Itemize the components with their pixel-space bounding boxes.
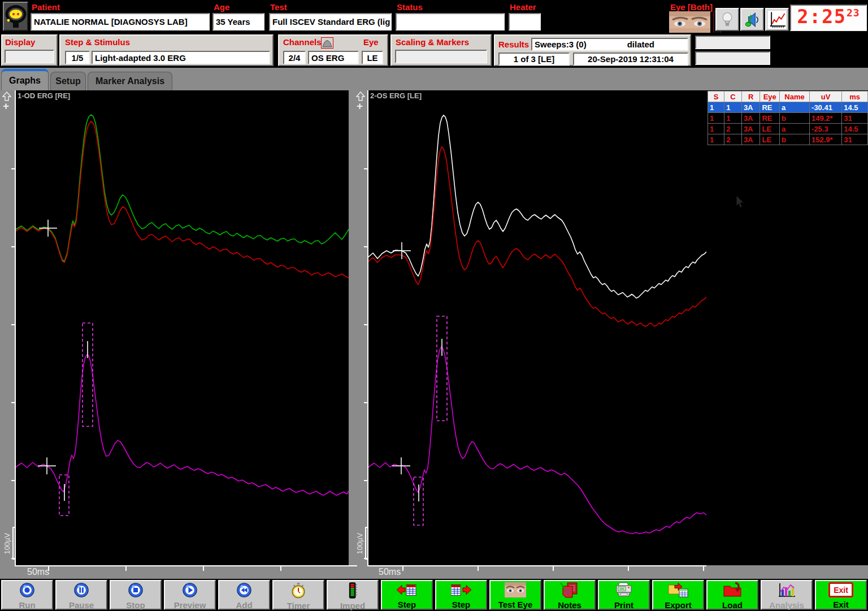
y-scale-bracket-cap bbox=[12, 527, 16, 528]
toolbar-button-label: Timer bbox=[287, 601, 310, 610]
graph-od-left-border bbox=[15, 90, 16, 566]
test-field[interactable]: Full ISCEV Standard ERG (ligh bbox=[269, 13, 392, 30]
channel-eye-field[interactable]: LE bbox=[362, 51, 383, 64]
marker-range-box[interactable] bbox=[83, 323, 93, 426]
table-cell: 1 bbox=[708, 124, 724, 134]
record-icon bbox=[19, 582, 36, 600]
y-scale-bracket-os bbox=[365, 527, 366, 560]
app-logo[interactable] bbox=[3, 2, 28, 31]
toolbar-button-label: Stop bbox=[126, 600, 145, 610]
export-button[interactable]: Export bbox=[652, 580, 704, 610]
scaling-markers-field[interactable] bbox=[395, 50, 487, 63]
graph-panel-os[interactable] bbox=[368, 90, 706, 565]
tab-marker-analysis[interactable]: Marker Analysis bbox=[88, 72, 172, 90]
table-row[interactable]: 113AREa-30.4114.5 bbox=[708, 102, 868, 113]
x-axis-tick bbox=[48, 566, 49, 571]
stopwatch-icon bbox=[290, 582, 307, 601]
lamp-button[interactable] bbox=[715, 8, 739, 31]
table-cell: a bbox=[779, 102, 809, 113]
mouse-cursor bbox=[736, 195, 745, 209]
export-folder-icon bbox=[668, 582, 688, 600]
add-button[interactable]: Add bbox=[218, 580, 270, 610]
y-axis-tick bbox=[11, 324, 15, 325]
analysis-button[interactable]: Analysis bbox=[761, 580, 813, 610]
print-button[interactable]: Print bbox=[598, 580, 650, 610]
table-cell: LE bbox=[760, 124, 780, 134]
exit-button[interactable]: ExitExit bbox=[815, 580, 867, 610]
toolbar-button-label: Preview bbox=[174, 600, 206, 610]
table-header-c[interactable]: C bbox=[724, 91, 742, 102]
marker-range-box[interactable] bbox=[437, 316, 447, 421]
result-selection-field[interactable]: 1 of 3 [LE] bbox=[498, 53, 570, 66]
table-row[interactable]: 123ALEa-25.314.5 bbox=[708, 124, 868, 134]
age-label: Age bbox=[214, 2, 229, 12]
step-index-field[interactable]: 1/5 bbox=[65, 51, 90, 64]
patient-field[interactable]: NATALIE NORMAL [DIAGNOSYS LAB] bbox=[31, 13, 210, 30]
step-forward-icon bbox=[451, 582, 471, 600]
load-button[interactable]: Load bbox=[706, 580, 758, 610]
bell-curve-icon bbox=[321, 37, 333, 51]
marker-results-table[interactable]: SCREyeNameuVms113AREa-30.4114.5113AREb14… bbox=[708, 91, 868, 145]
trend-button[interactable] bbox=[765, 8, 789, 31]
pause-button[interactable]: Pause bbox=[55, 580, 107, 610]
run-button[interactable]: Run bbox=[1, 580, 53, 610]
table-cell: 1 bbox=[708, 102, 724, 113]
toolbar-button-label: Exit bbox=[833, 600, 849, 609]
y-scale-bracket-od bbox=[12, 527, 14, 560]
toolbar-button-label: Add bbox=[236, 600, 252, 610]
timer-button[interactable]: Timer bbox=[272, 580, 324, 610]
control-bar: Display Step & Stimulus 1/5 Light-adapte… bbox=[0, 33, 868, 68]
table-header-uv[interactable]: uV bbox=[810, 91, 842, 102]
table-cell: 31 bbox=[842, 134, 868, 145]
scale-plus-icon[interactable]: + bbox=[3, 102, 9, 111]
tab-graphs[interactable]: Graphs bbox=[1, 69, 49, 90]
table-header-s[interactable]: S bbox=[708, 91, 724, 102]
y-axis-tick bbox=[11, 246, 15, 247]
channels-eye-label: Eye bbox=[363, 37, 379, 47]
stimulus-name-field[interactable]: Light-adapted 3.0 ERG bbox=[92, 51, 270, 64]
session-clock: 2:25 23 bbox=[790, 5, 867, 31]
lamp-icon bbox=[721, 11, 734, 28]
impedance-meter-icon bbox=[344, 582, 361, 601]
table-header-eye[interactable]: Eye bbox=[760, 91, 780, 102]
sound-button[interactable] bbox=[740, 8, 764, 31]
table-cell: b bbox=[779, 113, 809, 124]
display-field[interactable] bbox=[5, 50, 54, 63]
step-back-button[interactable]: Step bbox=[381, 580, 433, 610]
sweeps-count: Sweeps:3 (0) bbox=[535, 40, 587, 49]
imped-button[interactable]: Imped bbox=[327, 580, 379, 610]
table-cell: 14.5 bbox=[842, 124, 868, 134]
tab-setup[interactable]: Setup bbox=[50, 72, 86, 90]
channel-index-field[interactable]: 2/4 bbox=[283, 51, 306, 64]
age-field[interactable]: 35 Years bbox=[212, 13, 264, 30]
scaling-markers-group: Scaling & Markers bbox=[390, 34, 492, 66]
graph-panel-od[interactable] bbox=[16, 90, 349, 565]
waveform-trace-average-magenta bbox=[16, 355, 349, 495]
sweeps-field: Sweeps:3 (0) dilated bbox=[531, 38, 688, 51]
analysis-chart-icon bbox=[777, 582, 796, 600]
table-cell: 1 bbox=[708, 113, 724, 124]
graph-os-left-border bbox=[367, 90, 368, 566]
x-axis-tick bbox=[125, 566, 127, 571]
table-cell: -25.3 bbox=[810, 124, 842, 134]
stop-button[interactable]: Stop bbox=[110, 580, 162, 610]
stop-icon bbox=[127, 582, 144, 600]
preview-button[interactable]: Preview bbox=[164, 580, 216, 610]
table-header-name[interactable]: Name bbox=[779, 91, 809, 102]
scale-plus-icon[interactable]: + bbox=[357, 102, 363, 111]
table-header-r[interactable]: R bbox=[741, 91, 760, 102]
table-row[interactable]: 123ALEb152.9*31 bbox=[708, 134, 868, 145]
status-label: Status bbox=[397, 2, 423, 12]
display-group: Display bbox=[1, 34, 58, 66]
y-axis-tick bbox=[364, 246, 367, 247]
waveform-trace-average-magenta bbox=[368, 347, 706, 534]
table-cell: 1 bbox=[724, 113, 742, 124]
step-forward-button[interactable]: Step bbox=[435, 580, 487, 610]
x-axis-line bbox=[15, 565, 357, 566]
table-row[interactable]: 113AREb149.2*31 bbox=[708, 113, 868, 124]
test-eye-button[interactable]: Test Eye bbox=[489, 580, 541, 610]
table-header-ms[interactable]: ms bbox=[842, 91, 868, 102]
dilated-status: dilated bbox=[627, 40, 654, 49]
channel-name-field[interactable]: OS ERG bbox=[308, 51, 359, 64]
notes-button[interactable]: Notes bbox=[544, 580, 596, 610]
